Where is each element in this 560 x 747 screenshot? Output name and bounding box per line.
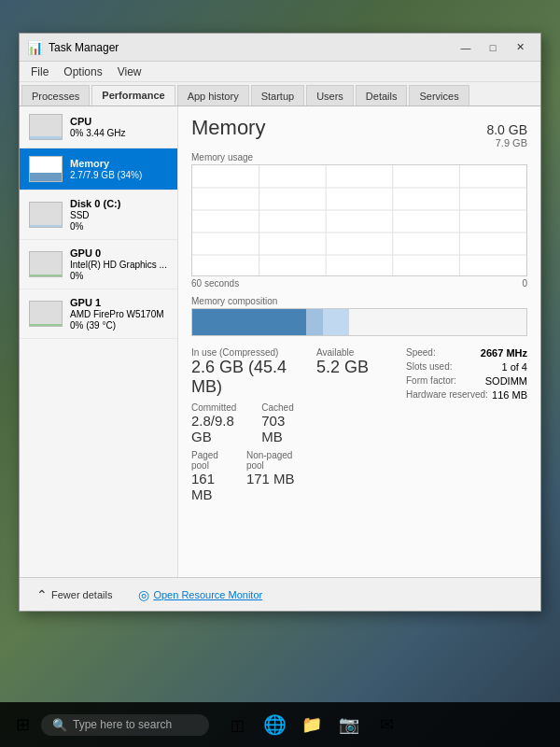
stats-area: In use (Compressed) 2.6 GB (45.4 MB) Com… [191,347,527,502]
fewer-details-button[interactable]: ⌃ Fewer details [31,585,118,605]
file-explorer-icon[interactable]: 📁 [297,710,327,740]
gpu0-pct: 0% [70,271,168,281]
time-label-right: 0 [522,278,527,289]
comp-standby [323,309,350,335]
paged-pool-value: 161 MB [191,471,231,502]
memory-usage-chart [191,164,527,276]
cpu-label: CPU [70,116,168,127]
tab-details[interactable]: Details [356,85,408,106]
resource-monitor-icon: ◎ [138,587,149,602]
minimize-button[interactable]: — [453,37,479,58]
chart-time-labels: 60 seconds 0 [191,278,527,289]
disk-label: Disk 0 (C:) [70,198,168,209]
memory-chart-svg [192,165,526,275]
cached-label: Cached [261,402,301,413]
tab-startup[interactable]: Startup [251,85,304,106]
committed-label: Committed [191,402,246,413]
stats-right: Speed: 2667 MHz Slots used: 1 of 4 Form … [406,347,527,502]
gpu0-sub: Intel(R) HD Graphics ... [70,260,168,270]
main-content: CPU 0% 3.44 GHz Memory 2.7/7.9 GB (34%) [20,106,540,577]
mail-icon[interactable]: ✉ [371,710,401,740]
search-placeholder: Type here to search [73,718,172,731]
taskbar: ⊞ 🔍 Type here to search ◫ 🌐 📁 📷 ✉ [0,702,560,747]
memory-sub-total: 7.9 GB [486,137,527,148]
menu-view[interactable]: View [110,63,149,80]
maximize-button[interactable]: □ [480,37,506,58]
window-title: Task Manager [49,41,453,54]
composition-label: Memory composition [191,296,527,306]
tab-app-history[interactable]: App history [177,85,249,106]
sidebar-item-disk[interactable]: Disk 0 (C:) SSD 0% [20,190,177,240]
hw-reserved-value: 116 MB [492,389,527,401]
task-manager-icon: 📊 [27,40,43,55]
available-value: 5.2 GB [316,358,391,377]
comp-free [349,309,526,335]
memory-header: Memory 8.0 GB 7.9 GB [191,116,527,148]
search-icon: 🔍 [52,718,67,732]
gpu1-pct: 0% (39 °C) [70,320,168,331]
speed-label: Speed: [406,347,436,359]
chevron-up-icon: ⌃ [36,587,48,602]
open-resource-monitor-button[interactable]: ◎ Open Resource Monitor [133,585,268,605]
memory-label: Memory [70,158,168,169]
desktop: 📊 Task Manager — □ ✕ File Options View P… [0,0,560,747]
in-use-label: In use (Compressed) [191,347,301,358]
camera-icon[interactable]: 📷 [334,710,364,740]
task-manager-window: 📊 Task Manager — □ ✕ File Options View P… [19,33,541,612]
tab-users[interactable]: Users [306,85,354,106]
memory-thumbnail [29,156,63,182]
gpu0-label: GPU 0 [70,247,168,259]
start-button[interactable]: ⊞ [7,710,37,740]
gpu1-thumbnail [29,301,63,327]
memory-sub: 2.7/7.9 GB (34%) [70,170,168,180]
form-factor-value: SODIMM [485,375,527,387]
stats-left: In use (Compressed) 2.6 GB (45.4 MB) Com… [191,347,301,502]
speed-value: 2667 MHz [481,347,527,359]
sidebar-item-gpu0[interactable]: GPU 0 Intel(R) HD Graphics ... 0% [20,240,177,289]
disk-sub: SSD [70,210,168,220]
taskbar-icons: ◫ 🌐 📁 📷 ✉ [222,710,401,740]
available-label: Available [316,347,391,358]
sidebar: CPU 0% 3.44 GHz Memory 2.7/7.9 GB (34%) [20,106,178,577]
non-paged-pool-value: 171 MB [246,471,301,486]
memory-composition-chart [191,308,527,336]
edge-browser-icon[interactable]: 🌐 [259,710,289,740]
taskbar-search[interactable]: 🔍 Type here to search [41,714,209,736]
tab-services[interactable]: Services [409,85,469,106]
stats-available: Available 5.2 GB [316,347,391,502]
tab-performance[interactable]: Performance [91,85,175,106]
sidebar-item-gpu1[interactable]: GPU 1 AMD FirePro W5170M 0% (39 °C) [20,289,177,339]
close-button[interactable]: ✕ [507,37,533,58]
disk-thumbnail [29,202,63,228]
tab-processes[interactable]: Processes [21,85,90,106]
comp-in-use [192,309,306,335]
memory-total: 8.0 GB [486,122,527,137]
non-paged-pool-label: Non-paged pool [246,450,301,471]
cpu-sub: 0% 3.44 GHz [70,128,168,138]
committed-value: 2.8/9.8 GB [191,413,246,444]
title-bar: 📊 Task Manager — □ ✕ [20,34,540,62]
sidebar-item-memory[interactable]: Memory 2.7/7.9 GB (34%) [20,148,177,190]
gpu0-thumbnail [29,251,63,277]
time-label-left: 60 seconds [191,278,239,289]
bottom-bar: ⌃ Fewer details ◎ Open Resource Monitor [20,577,540,611]
menu-file[interactable]: File [23,63,56,80]
menu-options[interactable]: Options [56,63,109,80]
gpu1-sub: AMD FirePro W5170M [70,309,168,319]
chart-label: Memory usage [191,152,527,162]
form-factor-label: Form factor: [406,375,456,387]
tab-bar: Processes Performance App history Startu… [20,82,540,106]
open-resource-monitor-label: Open Resource Monitor [153,589,262,600]
memory-title: Memory [191,116,265,140]
slots-value: 1 of 4 [501,361,527,373]
slots-label: Slots used: [406,361,452,373]
task-view-button[interactable]: ◫ [222,710,252,740]
disk-pct: 0% [70,221,168,232]
right-panel: Memory 8.0 GB 7.9 GB Memory usage [178,106,540,577]
gpu1-label: GPU 1 [70,297,168,308]
menu-bar: File Options View [20,62,540,82]
hw-reserved-label: Hardware reserved: [406,389,488,401]
window-controls: — □ ✕ [453,37,533,58]
cached-value: 703 MB [261,413,301,444]
sidebar-item-cpu[interactable]: CPU 0% 3.44 GHz [20,106,177,148]
